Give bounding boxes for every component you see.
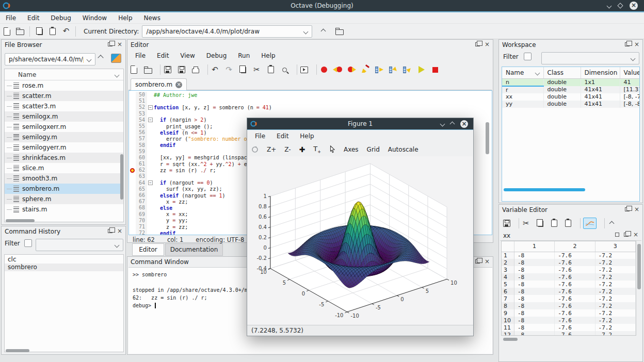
variable-cell[interactable]: -7.6 xyxy=(555,317,595,324)
variable-column-header[interactable]: 3 xyxy=(595,241,635,252)
editor-menu-run[interactable]: Run xyxy=(232,50,255,61)
variable-cell[interactable]: -8 xyxy=(514,266,554,273)
paste-button[interactable] xyxy=(266,66,275,73)
variable-cell[interactable]: -8 xyxy=(514,281,554,288)
workspace-column-value[interactable]: Value xyxy=(620,67,639,78)
variable-cell[interactable]: -8 xyxy=(514,288,554,295)
save-as-button[interactable] xyxy=(177,66,186,73)
tab-editor[interactable]: Editor xyxy=(132,243,164,256)
variable-cell[interactable]: -7.6 xyxy=(555,259,595,266)
variable-cell[interactable]: -8 xyxy=(514,331,554,336)
variable-cell[interactable]: -8 xyxy=(514,295,554,302)
menu-news[interactable]: News xyxy=(138,12,166,24)
variable-vscrollbar[interactable] xyxy=(637,244,641,289)
menu-help[interactable]: Help xyxy=(112,12,138,24)
variable-cell[interactable]: -8 xyxy=(514,273,554,281)
variable-cell[interactable]: -7.2 xyxy=(595,273,635,281)
variable-cell[interactable]: -7.6 xyxy=(555,302,595,309)
variable-cell[interactable]: -7.2 xyxy=(595,324,635,331)
browse-directory-button[interactable] xyxy=(333,25,346,38)
history-item[interactable]: clc xyxy=(5,256,123,264)
tab-sombrero[interactable]: sombrero.m × xyxy=(131,78,187,90)
figure-menu-edit[interactable]: Edit xyxy=(271,130,294,142)
variable-cell[interactable]: -8 xyxy=(514,309,554,317)
autoscale-tool[interactable]: Autoscale xyxy=(388,146,418,153)
new-file-button[interactable] xyxy=(130,65,138,74)
menu-file[interactable]: File xyxy=(0,12,22,24)
figure-window[interactable]: Figure 1 × FileEditHelp Z+ Z- ✚ T+ Axes … xyxy=(247,118,474,336)
editor-menu-view[interactable]: View xyxy=(174,50,200,61)
plot-canvas[interactable]: -0.4-0.200.20.40.60.81-10-50510-10-50510 xyxy=(248,156,473,325)
filter-checkbox[interactable] xyxy=(524,53,532,60)
variable-cell[interactable]: -7.2 xyxy=(595,266,635,273)
variable-cell[interactable]: -8 xyxy=(514,259,554,266)
remove-breakpoints-button[interactable] xyxy=(361,66,370,73)
float-icon[interactable] xyxy=(624,233,629,237)
zoom-in-tool[interactable]: Z+ xyxy=(267,146,276,153)
variable-cell[interactable]: -7.6 xyxy=(555,288,595,295)
variable-cell[interactable]: -7.6 xyxy=(555,252,595,259)
previous-breakpoint-button[interactable] xyxy=(333,67,342,73)
cut-button[interactable]: ✂ xyxy=(252,66,261,74)
current-directory-combo[interactable]: /app/share/octave/4.4.0/m/plot/draw xyxy=(142,25,312,38)
variable-cell[interactable]: -7.2 xyxy=(595,281,635,288)
variable-tab-label[interactable]: xx xyxy=(503,232,510,239)
variable-cell[interactable]: -7.6 xyxy=(555,331,595,336)
file-list-header[interactable]: Name xyxy=(5,69,123,80)
float-panel-icon[interactable] xyxy=(475,42,480,46)
file-item[interactable]: scatter.m xyxy=(5,91,123,101)
open-file-button[interactable] xyxy=(13,25,27,38)
file-list-vscrollbar[interactable] xyxy=(120,154,123,200)
float-panel-icon[interactable] xyxy=(625,207,630,211)
step-button[interactable] xyxy=(375,67,384,73)
editor-menu-file[interactable]: File xyxy=(130,50,151,61)
rotate-tool-icon[interactable] xyxy=(251,146,259,153)
figure-menu-file[interactable]: File xyxy=(249,130,271,142)
minimize-icon[interactable] xyxy=(440,122,445,127)
variable-cell[interactable]: -7.2 xyxy=(595,331,635,336)
float-panel-icon[interactable] xyxy=(108,229,112,233)
maximize-icon[interactable] xyxy=(617,3,623,8)
filter-checkbox[interactable] xyxy=(24,239,32,247)
file-item[interactable]: sombrero.m xyxy=(5,184,123,194)
workspace-filter-combo[interactable] xyxy=(541,52,639,64)
undo-button[interactable]: ↶ xyxy=(211,66,219,74)
variable-column-header[interactable]: 2 xyxy=(555,241,595,252)
workspace-row[interactable]: ndouble1x141 xyxy=(502,78,639,86)
one-directory-up-button[interactable] xyxy=(99,54,103,61)
variable-cell[interactable]: -7.2 xyxy=(595,317,635,324)
cut-button[interactable]: ✂ xyxy=(522,220,530,227)
menu-debug[interactable]: Debug xyxy=(45,12,76,24)
variable-cell[interactable]: -7.2 xyxy=(595,252,635,259)
variable-cell[interactable]: -8 xyxy=(514,302,554,309)
undo-button[interactable]: ↶ xyxy=(59,25,73,38)
variable-cell[interactable]: -7.2 xyxy=(595,302,635,309)
close-icon[interactable]: × xyxy=(633,232,638,237)
variable-cell[interactable]: -7.6 xyxy=(555,273,595,281)
next-breakpoint-button[interactable] xyxy=(347,67,356,73)
workspace-column-class[interactable]: Class xyxy=(543,67,581,78)
close-icon[interactable]: × xyxy=(630,2,638,10)
workspace-column-dimension[interactable]: Dimension xyxy=(581,67,620,78)
workspace-hscrollbar[interactable] xyxy=(504,188,585,191)
variable-hscrollbar[interactable] xyxy=(503,338,518,341)
stop-button[interactable] xyxy=(431,67,440,73)
save-variable-button[interactable] xyxy=(502,220,511,227)
variable-cell[interactable]: -8 xyxy=(514,317,554,324)
copy-button[interactable] xyxy=(238,66,247,73)
variable-cell[interactable]: -8 xyxy=(514,324,554,331)
save-button[interactable] xyxy=(163,66,172,73)
paste-button[interactable] xyxy=(550,220,558,227)
file-item[interactable]: stairs.m xyxy=(5,204,123,215)
close-panel-icon[interactable]: × xyxy=(117,228,122,234)
editor-vscrollbar[interactable] xyxy=(486,122,489,154)
collapse-button[interactable] xyxy=(607,222,616,225)
set-browser-directory-icon[interactable] xyxy=(111,54,121,63)
editor-menu-help[interactable]: Help xyxy=(255,50,281,61)
plot-variable-button[interactable] xyxy=(583,218,597,229)
workspace-row[interactable]: yydouble41x41[-8, -8, - xyxy=(502,101,639,108)
float-panel-icon[interactable] xyxy=(475,259,480,264)
close-icon[interactable]: × xyxy=(460,120,468,128)
step-in-button[interactable] xyxy=(389,67,398,73)
variable-cell[interactable]: -7.6 xyxy=(555,309,595,317)
